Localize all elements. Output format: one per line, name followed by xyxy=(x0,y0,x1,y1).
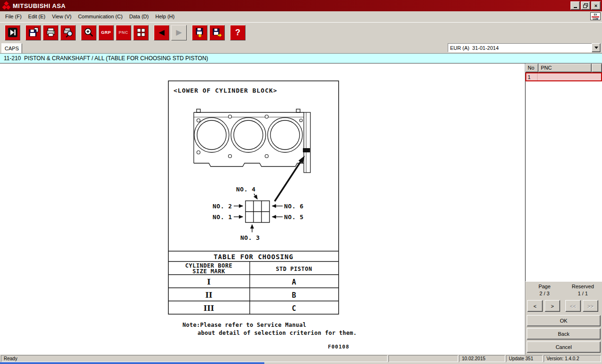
panel-bottom: Page 2 / 3 Reserved 1 / 1 < > << >> OK xyxy=(525,281,602,355)
grp-label: GRP xyxy=(101,30,111,35)
pnc-panel: No PNC 1 Page 2 / 3 Reserved 1 / 1 xyxy=(525,63,602,355)
reserved-next-button[interactable]: >> xyxy=(583,300,598,312)
col1-header-line2: SIZE MARK xyxy=(192,268,225,275)
mark-grid xyxy=(246,201,269,222)
col2-header: STD PISTON xyxy=(276,266,312,272)
back-button[interactable]: ◀ xyxy=(154,25,169,40)
pnc-row-no: 1 xyxy=(526,73,538,80)
figure-canvas: <LOWER OF CYLINDER BLOCK> xyxy=(0,63,525,355)
floppy-sheet-icon xyxy=(28,27,39,38)
column-header-pnc: PNC xyxy=(539,63,592,72)
toolbar: GRP PNC ◀ ▶ xyxy=(0,22,602,42)
column-header-no: No xyxy=(525,63,539,72)
magnifier-plus-icon xyxy=(84,27,94,38)
menu-edit[interactable]: Edit (E) xyxy=(25,12,49,21)
page-next-button[interactable]: > xyxy=(545,300,560,312)
status-spacer xyxy=(388,355,458,362)
column-header-spacer xyxy=(592,63,602,72)
export-save-button[interactable] xyxy=(192,25,207,40)
label-no4: NO. 4 xyxy=(236,186,256,193)
close-icon: × xyxy=(594,3,597,8)
reserved-label: Reserved xyxy=(564,284,602,289)
page-prev-button[interactable]: < xyxy=(527,300,543,312)
choosing-table: TABLE FOR CHOOSING CYLINDER BORE SIZE MA… xyxy=(168,251,339,314)
row3-piston: C xyxy=(292,304,296,313)
grp-button[interactable]: GRP xyxy=(98,25,114,40)
label-no6: NO. 6 xyxy=(284,203,304,210)
content-area: <LOWER OF CYLINDER BLOCK> xyxy=(0,63,602,355)
size-mark-location xyxy=(303,148,310,152)
printer-magnifier-icon xyxy=(63,27,73,38)
chevron-down-icon xyxy=(594,47,598,49)
row1-mark: I xyxy=(207,277,210,286)
cylinder-number-labels: NO. 4 NO. 2 NO. 1 NO. 6 NO. 5 NO. 3 xyxy=(213,186,304,241)
go-start-button[interactable] xyxy=(5,25,20,40)
print-button[interactable] xyxy=(43,25,58,40)
printer-icon xyxy=(46,27,56,38)
menu-data[interactable]: Data (D) xyxy=(126,12,152,21)
info-bar: 11-210 PISTON & CRANKSHAFT / ALL (TABLE … xyxy=(0,53,602,63)
print-preview-button[interactable] xyxy=(60,25,76,40)
figure-code: F00108 xyxy=(328,344,349,350)
back-nav-button[interactable]: Back xyxy=(527,328,601,340)
label-no5: NO. 5 xyxy=(284,214,304,221)
menu-help[interactable]: Help (H) xyxy=(152,12,178,21)
floppy-arrow-down-icon xyxy=(195,27,205,38)
play-to-end-icon xyxy=(8,27,18,38)
bottom-strip xyxy=(0,362,602,364)
row1-piston: A xyxy=(292,278,296,286)
pnc-list-empty-area xyxy=(525,81,602,281)
note-line1: Note:Please refer to Service Manual xyxy=(182,322,306,328)
cylinder-block-drawing xyxy=(194,109,310,173)
excom-icon: EX COM xyxy=(590,12,601,20)
row2-piston: B xyxy=(292,291,296,300)
forward-button[interactable]: ▶ xyxy=(171,25,187,40)
four-squares-icon xyxy=(136,27,146,38)
row3-mark: III xyxy=(204,304,214,313)
menu-communication[interactable]: Communication (C) xyxy=(75,12,126,21)
taskbar-fragment xyxy=(0,362,264,364)
section-title: 11-210 PISTON & CRANKSHAFT / ALL (TABLE … xyxy=(0,55,208,62)
import-save-button[interactable] xyxy=(209,25,225,40)
restore-icon xyxy=(583,3,588,8)
tab-caps[interactable]: CAPS xyxy=(1,43,22,53)
label-no2: NO. 2 xyxy=(213,203,232,210)
table-title: TABLE FOR CHOOSING xyxy=(214,253,293,261)
tab-row: CAPS EUR (A) 31-01-2014 xyxy=(0,42,602,53)
status-version: Version: 1.4.0.2 xyxy=(544,355,601,362)
close-button[interactable]: × xyxy=(591,1,601,10)
pnc-button[interactable]: PNC xyxy=(116,25,131,40)
note-line2: about detail of selection criterion for … xyxy=(198,330,357,336)
menu-view[interactable]: View (V) xyxy=(49,12,75,21)
piston-figure: <LOWER OF CYLINDER BLOCK> xyxy=(0,63,525,355)
figure-header: <LOWER OF CYLINDER BLOCK> xyxy=(174,87,277,94)
region-dropdown-button[interactable] xyxy=(592,43,601,52)
page-label: Page xyxy=(525,284,564,289)
forward-arrow-icon: ▶ xyxy=(176,29,182,36)
back-arrow-icon: ◀ xyxy=(158,29,164,36)
zoom-button[interactable] xyxy=(81,25,96,40)
reserved-prev-button[interactable]: << xyxy=(565,300,581,312)
status-message: Ready xyxy=(1,355,388,362)
menu-bar: File (F) Edit (E) View (V) Communication… xyxy=(0,11,602,22)
reserved-value: 1 / 1 xyxy=(564,291,602,296)
status-update: Update 351 xyxy=(506,355,543,362)
minimize-button[interactable] xyxy=(570,1,580,10)
ok-button[interactable]: OK xyxy=(527,315,601,326)
region-combobox[interactable]: EUR (A) 31-01-2014 xyxy=(448,43,601,52)
app-window: MITSUBISHI ASA × File (F) Edit (E) View … xyxy=(0,0,602,364)
minimize-icon xyxy=(574,3,577,8)
mitsubishi-logo-icon xyxy=(2,1,11,10)
row2-mark: II xyxy=(206,291,213,300)
pnc-row-selected[interactable]: 1 xyxy=(525,72,602,81)
menu-file[interactable]: File (F) xyxy=(2,12,25,21)
help-icon: ? xyxy=(235,28,240,38)
grid-view-button[interactable] xyxy=(133,25,149,40)
help-button[interactable]: ? xyxy=(230,25,246,40)
floppy-arrow-right-icon xyxy=(212,27,222,38)
cancel-button[interactable]: Cancel xyxy=(527,341,601,353)
region-value: EUR (A) 31-01-2014 xyxy=(448,45,592,51)
data-save-button[interactable] xyxy=(25,25,41,40)
restore-button[interactable] xyxy=(581,1,590,10)
pointer-arrow xyxy=(275,156,305,201)
